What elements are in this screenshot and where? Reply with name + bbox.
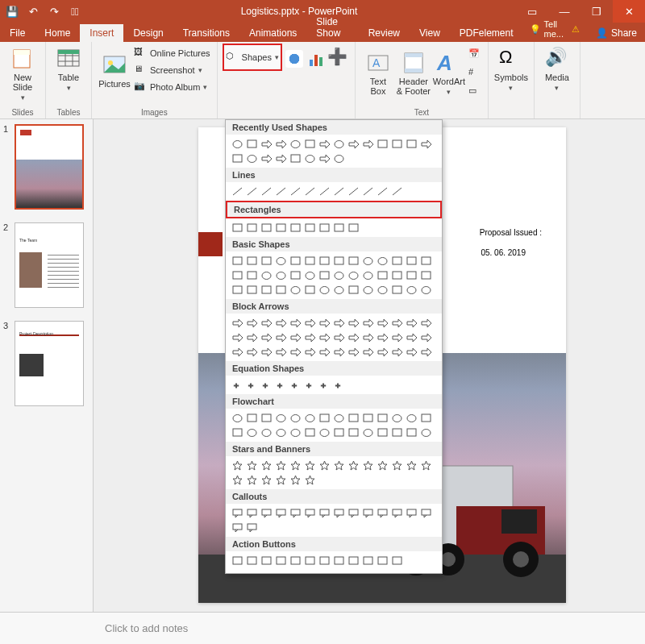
start-from-beginning-icon[interactable]: ▷⃞ — [68, 4, 82, 19]
tab-slideshow[interactable]: Slide Show — [306, 13, 358, 42]
shape-item[interactable] — [318, 316, 331, 330]
shape-item[interactable] — [419, 283, 433, 297]
shape-item[interactable] — [274, 221, 288, 235]
shape-item[interactable] — [274, 345, 288, 359]
shape-item[interactable] — [260, 426, 273, 439]
shape-item[interactable] — [376, 426, 389, 439]
shape-item[interactable] — [231, 411, 244, 425]
text-box-button[interactable]: AText Box — [360, 44, 396, 100]
shape-item[interactable] — [231, 268, 244, 282]
shape-item[interactable] — [274, 426, 288, 439]
shape-item[interactable] — [347, 268, 360, 282]
shape-item[interactable] — [289, 330, 302, 344]
shape-item[interactable] — [289, 185, 302, 198]
shape-item[interactable] — [318, 137, 331, 151]
shape-item[interactable] — [274, 268, 288, 282]
online-pictures-button[interactable]: 🖼Online Pictures — [132, 45, 212, 61]
shape-item[interactable] — [303, 554, 317, 567]
shape-item[interactable] — [303, 330, 317, 344]
shape-item[interactable] — [390, 254, 404, 268]
shape-item[interactable] — [332, 459, 346, 472]
shape-item[interactable] — [289, 426, 302, 439]
shape-item[interactable]: ÷ — [274, 378, 288, 392]
shape-item[interactable] — [347, 554, 360, 567]
shape-item[interactable] — [303, 221, 317, 235]
shape-item[interactable] — [274, 330, 288, 344]
shape-item[interactable] — [231, 506, 244, 520]
shape-item[interactable] — [332, 316, 346, 330]
shape-item[interactable] — [260, 345, 273, 359]
slide-number-button[interactable]: # — [467, 65, 483, 81]
shape-item[interactable] — [376, 330, 389, 344]
shape-item[interactable] — [332, 221, 346, 235]
shape-item[interactable] — [274, 459, 288, 472]
tab-transitions[interactable]: Transitions — [173, 24, 239, 42]
shape-item[interactable] — [332, 283, 346, 297]
shape-item[interactable] — [231, 254, 244, 268]
shape-item[interactable] — [332, 330, 346, 344]
shape-item[interactable] — [405, 426, 418, 439]
shape-item[interactable] — [245, 554, 259, 567]
shape-item[interactable] — [303, 345, 317, 359]
shape-item[interactable] — [376, 345, 389, 359]
shape-item[interactable] — [289, 316, 302, 330]
thumbnail-slide-1[interactable]: 1 ProjectProposal — [3, 124, 89, 210]
smartart-button[interactable] — [284, 44, 305, 71]
shape-item[interactable]: ÷ — [260, 378, 273, 392]
shape-item[interactable] — [390, 283, 404, 297]
shape-item[interactable] — [332, 268, 346, 282]
shape-item[interactable] — [376, 283, 389, 297]
shape-item[interactable]: ÷ — [245, 378, 259, 392]
shape-item[interactable] — [361, 137, 375, 151]
shape-item[interactable] — [332, 137, 346, 151]
shape-item[interactable] — [245, 152, 259, 165]
shape-item[interactable] — [231, 521, 244, 534]
shape-item[interactable] — [361, 330, 375, 344]
shape-item[interactable]: ÷ — [318, 378, 331, 392]
shape-item[interactable] — [245, 283, 259, 297]
shape-item[interactable] — [231, 152, 244, 165]
shape-item[interactable] — [361, 459, 375, 472]
shape-item[interactable] — [332, 506, 346, 520]
shape-item[interactable] — [289, 152, 302, 165]
shape-item[interactable] — [260, 411, 273, 425]
shape-item[interactable] — [260, 316, 273, 330]
shape-item[interactable]: ÷ — [332, 378, 346, 392]
shape-item[interactable]: ÷ — [303, 378, 317, 392]
tab-home[interactable]: Home — [35, 24, 80, 42]
shape-item[interactable] — [347, 283, 360, 297]
shape-item[interactable] — [274, 473, 288, 487]
addins-button[interactable]: ➕ — [329, 44, 350, 71]
shape-item[interactable] — [347, 316, 360, 330]
shape-item[interactable] — [318, 459, 331, 472]
shape-item[interactable] — [245, 426, 259, 439]
shape-item[interactable] — [260, 330, 273, 344]
slide-thumbnails-pane[interactable]: 1 ProjectProposal 2 The Team 3 Project D… — [0, 119, 94, 612]
shape-item[interactable] — [376, 506, 389, 520]
slide-canvas[interactable]: Proposal Issued : 05. 06. 2019 Recently … — [94, 119, 645, 612]
shape-item[interactable] — [231, 459, 244, 472]
shape-item[interactable] — [390, 268, 404, 282]
shape-item[interactable] — [332, 254, 346, 268]
shape-item[interactable] — [332, 152, 346, 165]
shape-item[interactable] — [347, 345, 360, 359]
shape-item[interactable] — [260, 221, 273, 235]
shape-item[interactable] — [361, 185, 375, 198]
shape-item[interactable] — [260, 554, 273, 567]
share-button[interactable]: 👤Share — [591, 24, 645, 42]
shape-item[interactable] — [376, 254, 389, 268]
shape-item[interactable] — [419, 411, 433, 425]
symbols-button[interactable]: ΩSymbols▾ — [493, 44, 529, 92]
tab-design[interactable]: Design — [123, 24, 173, 42]
shape-item[interactable] — [289, 459, 302, 472]
shape-item[interactable] — [347, 137, 360, 151]
shape-item[interactable] — [245, 411, 259, 425]
shape-item[interactable] — [231, 137, 244, 151]
shape-item[interactable] — [289, 137, 302, 151]
chart-button[interactable] — [306, 44, 327, 71]
shape-item[interactable] — [419, 268, 433, 282]
screenshot-button[interactable]: 🖥Screenshot▾ — [132, 62, 212, 78]
shape-item[interactable] — [390, 411, 404, 425]
shape-item[interactable] — [303, 411, 317, 425]
shape-item[interactable] — [260, 185, 273, 198]
